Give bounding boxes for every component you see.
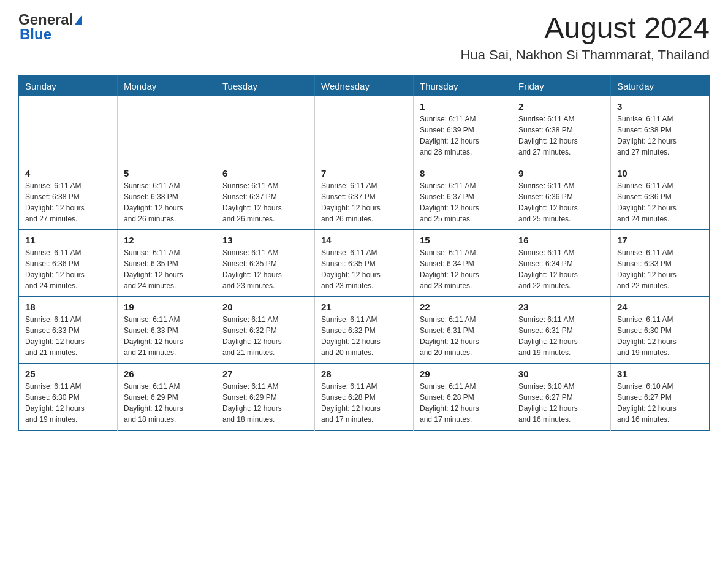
day-info: Sunrise: 6:11 AM Sunset: 6:38 PM Dayligh… [124, 180, 210, 224]
calendar-week-row: 25Sunrise: 6:11 AM Sunset: 6:30 PM Dayli… [19, 363, 710, 430]
day-info: Sunrise: 6:11 AM Sunset: 6:35 PM Dayligh… [222, 247, 308, 291]
calendar-cell: 15Sunrise: 6:11 AM Sunset: 6:34 PM Dayli… [414, 229, 512, 296]
calendar-cell: 8Sunrise: 6:11 AM Sunset: 6:37 PM Daylig… [414, 163, 512, 229]
title-block: August 2024 Hua Sai, Nakhon Si Thammarat… [461, 12, 710, 63]
day-number: 11 [25, 235, 111, 245]
weekday-header-wednesday: Wednesday [315, 75, 414, 96]
calendar-week-row: 11Sunrise: 6:11 AM Sunset: 6:36 PM Dayli… [19, 229, 710, 296]
calendar-cell: 27Sunrise: 6:11 AM Sunset: 6:29 PM Dayli… [216, 363, 315, 430]
day-info: Sunrise: 6:11 AM Sunset: 6:29 PM Dayligh… [222, 381, 308, 425]
day-info: Sunrise: 6:11 AM Sunset: 6:37 PM Dayligh… [222, 180, 308, 224]
day-info: Sunrise: 6:11 AM Sunset: 6:38 PM Dayligh… [518, 113, 604, 158]
calendar-cell: 29Sunrise: 6:11 AM Sunset: 6:28 PM Dayli… [414, 363, 512, 430]
day-info: Sunrise: 6:11 AM Sunset: 6:32 PM Dayligh… [321, 314, 407, 358]
day-number: 1 [420, 101, 506, 112]
day-info: Sunrise: 6:11 AM Sunset: 6:32 PM Dayligh… [222, 314, 308, 358]
day-info: Sunrise: 6:11 AM Sunset: 6:31 PM Dayligh… [420, 314, 506, 358]
day-number: 16 [518, 235, 604, 245]
calendar-cell: 19Sunrise: 6:11 AM Sunset: 6:33 PM Dayli… [118, 296, 216, 363]
day-number: 21 [321, 302, 407, 312]
day-number: 26 [124, 369, 210, 379]
calendar-week-row: 18Sunrise: 6:11 AM Sunset: 6:33 PM Dayli… [19, 296, 710, 363]
day-number: 13 [222, 235, 308, 245]
logo: General Blue [18, 12, 82, 42]
calendar-cell: 5Sunrise: 6:11 AM Sunset: 6:38 PM Daylig… [118, 163, 216, 229]
day-info: Sunrise: 6:11 AM Sunset: 6:29 PM Dayligh… [124, 381, 210, 425]
day-number: 31 [617, 369, 703, 379]
calendar-cell [216, 96, 315, 163]
day-number: 25 [25, 369, 111, 379]
day-number: 3 [617, 101, 703, 112]
calendar-header-row: SundayMondayTuesdayWednesdayThursdayFrid… [19, 75, 710, 96]
calendar-cell: 9Sunrise: 6:11 AM Sunset: 6:36 PM Daylig… [512, 163, 611, 229]
calendar-cell: 6Sunrise: 6:11 AM Sunset: 6:37 PM Daylig… [216, 163, 315, 229]
day-number: 9 [518, 168, 604, 178]
calendar-cell: 17Sunrise: 6:11 AM Sunset: 6:33 PM Dayli… [611, 229, 710, 296]
day-number: 15 [420, 235, 506, 245]
day-number: 19 [124, 302, 210, 312]
day-info: Sunrise: 6:11 AM Sunset: 6:28 PM Dayligh… [420, 381, 506, 425]
day-number: 17 [617, 235, 703, 245]
day-number: 22 [420, 302, 506, 312]
day-info: Sunrise: 6:11 AM Sunset: 6:39 PM Dayligh… [420, 113, 506, 158]
calendar-cell: 2Sunrise: 6:11 AM Sunset: 6:38 PM Daylig… [512, 96, 611, 163]
calendar-week-row: 4Sunrise: 6:11 AM Sunset: 6:38 PM Daylig… [19, 163, 710, 229]
logo-blue-text: Blue [20, 27, 82, 42]
day-info: Sunrise: 6:11 AM Sunset: 6:30 PM Dayligh… [617, 314, 703, 358]
page-header: General Blue August 2024 Hua Sai, Nakhon… [18, 12, 710, 63]
location-title: Hua Sai, Nakhon Si Thammarat, Thailand [461, 47, 710, 63]
calendar-cell: 31Sunrise: 6:10 AM Sunset: 6:27 PM Dayli… [611, 363, 710, 430]
calendar-cell: 21Sunrise: 6:11 AM Sunset: 6:32 PM Dayli… [315, 296, 414, 363]
day-number: 18 [25, 302, 111, 312]
weekday-header-saturday: Saturday [611, 75, 710, 96]
weekday-header-friday: Friday [512, 75, 611, 96]
calendar-cell: 22Sunrise: 6:11 AM Sunset: 6:31 PM Dayli… [414, 296, 512, 363]
calendar-cell: 1Sunrise: 6:11 AM Sunset: 6:39 PM Daylig… [414, 96, 512, 163]
calendar-cell: 18Sunrise: 6:11 AM Sunset: 6:33 PM Dayli… [19, 296, 118, 363]
calendar-week-row: 1Sunrise: 6:11 AM Sunset: 6:39 PM Daylig… [19, 96, 710, 163]
calendar-cell: 30Sunrise: 6:10 AM Sunset: 6:27 PM Dayli… [512, 363, 611, 430]
day-number: 23 [518, 302, 604, 312]
weekday-header-monday: Monday [118, 75, 216, 96]
calendar-cell: 3Sunrise: 6:11 AM Sunset: 6:38 PM Daylig… [611, 96, 710, 163]
calendar-cell: 20Sunrise: 6:11 AM Sunset: 6:32 PM Dayli… [216, 296, 315, 363]
day-number: 4 [25, 168, 111, 178]
day-number: 27 [222, 369, 308, 379]
calendar-cell: 25Sunrise: 6:11 AM Sunset: 6:30 PM Dayli… [19, 363, 118, 430]
day-number: 6 [222, 168, 308, 178]
day-info: Sunrise: 6:11 AM Sunset: 6:28 PM Dayligh… [321, 381, 407, 425]
day-info: Sunrise: 6:11 AM Sunset: 6:34 PM Dayligh… [420, 247, 506, 291]
calendar-cell: 4Sunrise: 6:11 AM Sunset: 6:38 PM Daylig… [19, 163, 118, 229]
day-number: 20 [222, 302, 308, 312]
calendar-cell [315, 96, 414, 163]
calendar-cell: 12Sunrise: 6:11 AM Sunset: 6:35 PM Dayli… [118, 229, 216, 296]
day-info: Sunrise: 6:11 AM Sunset: 6:38 PM Dayligh… [617, 113, 703, 158]
day-info: Sunrise: 6:11 AM Sunset: 6:33 PM Dayligh… [25, 314, 111, 358]
day-number: 12 [124, 235, 210, 245]
calendar-cell [19, 96, 118, 163]
weekday-header-thursday: Thursday [414, 75, 512, 96]
day-info: Sunrise: 6:11 AM Sunset: 6:35 PM Dayligh… [321, 247, 407, 291]
calendar-cell: 24Sunrise: 6:11 AM Sunset: 6:30 PM Dayli… [611, 296, 710, 363]
weekday-header-tuesday: Tuesday [216, 75, 315, 96]
calendar-cell: 23Sunrise: 6:11 AM Sunset: 6:31 PM Dayli… [512, 296, 611, 363]
day-info: Sunrise: 6:11 AM Sunset: 6:34 PM Dayligh… [518, 247, 604, 291]
day-info: Sunrise: 6:10 AM Sunset: 6:27 PM Dayligh… [617, 381, 703, 425]
day-number: 24 [617, 302, 703, 312]
calendar-cell: 13Sunrise: 6:11 AM Sunset: 6:35 PM Dayli… [216, 229, 315, 296]
day-number: 8 [420, 168, 506, 178]
logo-general-text: General [18, 12, 73, 27]
day-number: 14 [321, 235, 407, 245]
calendar-cell: 28Sunrise: 6:11 AM Sunset: 6:28 PM Dayli… [315, 363, 414, 430]
day-info: Sunrise: 6:11 AM Sunset: 6:30 PM Dayligh… [25, 381, 111, 425]
calendar-cell: 10Sunrise: 6:11 AM Sunset: 6:36 PM Dayli… [611, 163, 710, 229]
day-info: Sunrise: 6:11 AM Sunset: 6:35 PM Dayligh… [124, 247, 210, 291]
day-info: Sunrise: 6:11 AM Sunset: 6:37 PM Dayligh… [321, 180, 407, 224]
day-info: Sunrise: 6:11 AM Sunset: 6:36 PM Dayligh… [518, 180, 604, 224]
calendar-cell: 14Sunrise: 6:11 AM Sunset: 6:35 PM Dayli… [315, 229, 414, 296]
calendar-cell: 26Sunrise: 6:11 AM Sunset: 6:29 PM Dayli… [118, 363, 216, 430]
day-info: Sunrise: 6:11 AM Sunset: 6:36 PM Dayligh… [25, 247, 111, 291]
day-number: 28 [321, 369, 407, 379]
weekday-header-sunday: Sunday [19, 75, 118, 96]
day-info: Sunrise: 6:11 AM Sunset: 6:37 PM Dayligh… [420, 180, 506, 224]
